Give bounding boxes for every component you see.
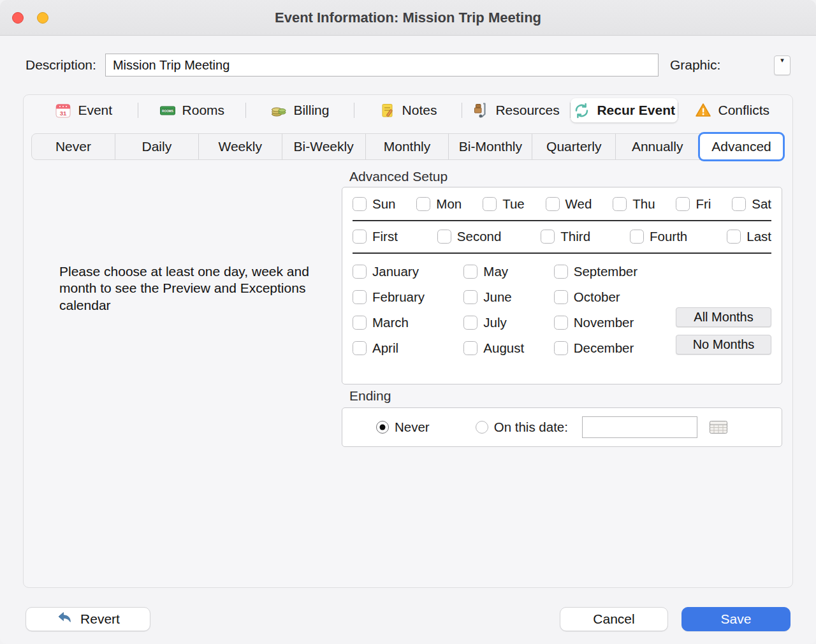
recurrence-tab-weekly[interactable]: Weekly	[198, 134, 282, 159]
checkbox[interactable]	[554, 265, 568, 279]
checkbox-mon[interactable]: Mon	[416, 196, 462, 212]
checkbox-february[interactable]: February	[353, 289, 463, 305]
tab-conflicts[interactable]: Conflicts	[678, 98, 786, 122]
checkbox-december[interactable]: December	[554, 340, 676, 356]
tab-label: Recur Event	[597, 103, 675, 118]
days-row: Sun Mon Tue Wed Thu Fri Sat	[353, 196, 771, 212]
recurrence-tab-bi-weekly[interactable]: Bi-Weekly	[282, 134, 365, 159]
checkbox[interactable]	[676, 197, 690, 211]
checkbox-label: Third	[560, 229, 590, 244]
checkbox[interactable]	[353, 316, 367, 330]
checkbox-march[interactable]: March	[353, 315, 463, 330]
revert-button[interactable]: Revert	[26, 607, 150, 631]
checkbox-tue[interactable]: Tue	[483, 196, 525, 212]
checkbox-last[interactable]: Last	[727, 229, 771, 244]
tab-rooms[interactable]: ROOMS Rooms	[138, 98, 246, 122]
cancel-button[interactable]: Cancel	[560, 607, 668, 631]
checkbox[interactable]	[463, 316, 477, 330]
checkbox-april[interactable]: April	[353, 340, 463, 356]
checkbox[interactable]	[463, 341, 477, 355]
minimize-window-button[interactable]	[37, 12, 48, 24]
checkbox[interactable]	[554, 290, 568, 304]
recurrence-tab-annually[interactable]: Annually	[615, 134, 699, 159]
tab-recur-event[interactable]: Recur Event	[571, 98, 678, 122]
checkbox-wed[interactable]: Wed	[546, 196, 592, 212]
checkbox-second[interactable]: Second	[437, 229, 502, 244]
months-grid: January February March April May June Ju…	[353, 264, 771, 356]
rooms-sign-icon: ROOMS	[159, 102, 176, 119]
checkbox-label: Mon	[436, 196, 462, 212]
checkbox-sun[interactable]: Sun	[353, 196, 395, 212]
ending-date-input[interactable]	[582, 416, 697, 438]
checkbox-label: Last	[747, 229, 771, 244]
tab-resources[interactable]: Resources	[462, 98, 570, 122]
checkbox-label: January	[372, 264, 419, 279]
calendar-icon: 31	[55, 102, 71, 119]
checkbox-label: Sat	[752, 196, 771, 212]
checkbox[interactable]	[554, 316, 568, 330]
checkbox-third[interactable]: Third	[541, 229, 590, 244]
checkbox[interactable]	[353, 290, 367, 304]
checkbox-label: February	[372, 289, 425, 305]
checkbox[interactable]	[483, 197, 497, 211]
all-months-button[interactable]: All Months	[676, 307, 771, 327]
description-input[interactable]	[105, 54, 659, 77]
checkbox-august[interactable]: August	[463, 340, 553, 356]
checkbox[interactable]	[353, 265, 367, 279]
checkbox-fourth[interactable]: Fourth	[630, 229, 687, 244]
checkbox-first[interactable]: First	[353, 229, 398, 244]
window-title: Event Information: Mission Trip Meeting	[275, 10, 541, 26]
ending-on-date-radio[interactable]: On this date:	[476, 420, 568, 435]
no-months-button[interactable]: No Months	[676, 335, 771, 355]
recurrence-tab-never[interactable]: Never	[32, 134, 115, 159]
recurrence-tab-bi-monthly[interactable]: Bi-Monthly	[448, 134, 532, 159]
checkbox[interactable]	[463, 290, 477, 304]
checkbox-fri[interactable]: Fri	[676, 196, 711, 212]
recurrence-tab-monthly[interactable]: Monthly	[365, 134, 449, 159]
tab-event[interactable]: 31 Event	[30, 98, 138, 122]
dropdown-arrow-icon: ▾	[780, 56, 784, 64]
checkbox-thu[interactable]: Thu	[613, 196, 655, 212]
checkbox-sat[interactable]: Sat	[732, 196, 771, 212]
checkbox[interactable]	[554, 341, 568, 355]
checkbox-january[interactable]: January	[353, 264, 463, 279]
graphic-dropdown-button[interactable]: ▾	[774, 55, 790, 75]
checkbox[interactable]	[630, 230, 644, 244]
tab-bar: 31 Event ROOMS Rooms	[24, 95, 792, 124]
help-text: Please choose at least one day, week and…	[59, 263, 321, 314]
radio-unselected[interactable]	[476, 421, 488, 434]
checkbox-label: October	[574, 289, 620, 305]
date-picker-icon[interactable]	[709, 420, 728, 435]
checkbox[interactable]	[437, 230, 451, 244]
save-button[interactable]: Save	[681, 607, 790, 631]
checkbox-label: May	[483, 264, 508, 279]
checkbox[interactable]	[353, 230, 367, 244]
tab-billing[interactable]: Billing	[246, 98, 354, 122]
months-column-2: May June July August	[463, 264, 553, 356]
checkbox[interactable]	[416, 197, 430, 211]
window-controls	[12, 12, 48, 24]
checkbox[interactable]	[546, 197, 560, 211]
checkbox-october[interactable]: October	[554, 289, 676, 305]
checkbox-july[interactable]: July	[463, 315, 553, 330]
checkbox-june[interactable]: June	[463, 289, 553, 305]
months-column-3: September October November December	[554, 264, 676, 356]
checkbox[interactable]	[353, 197, 367, 211]
recurrence-tab-advanced[interactable]: Advanced	[698, 132, 785, 161]
checkbox[interactable]	[541, 230, 555, 244]
checkbox[interactable]	[732, 197, 746, 211]
ending-never-radio[interactable]: Never	[376, 420, 430, 435]
tab-notes[interactable]: Notes	[354, 98, 462, 122]
checkbox[interactable]	[727, 230, 741, 244]
radio-selected[interactable]	[376, 421, 389, 434]
checkbox-november[interactable]: November	[554, 315, 676, 330]
recurrence-tab-daily[interactable]: Daily	[115, 134, 198, 159]
close-window-button[interactable]	[12, 12, 24, 24]
checkbox-september[interactable]: September	[554, 264, 676, 279]
radio-label: On this date:	[494, 420, 568, 435]
checkbox[interactable]	[613, 197, 627, 211]
checkbox-may[interactable]: May	[463, 264, 553, 279]
checkbox[interactable]	[353, 341, 367, 355]
checkbox[interactable]	[463, 265, 477, 279]
recurrence-tab-quarterly[interactable]: Quarterly	[532, 134, 615, 159]
